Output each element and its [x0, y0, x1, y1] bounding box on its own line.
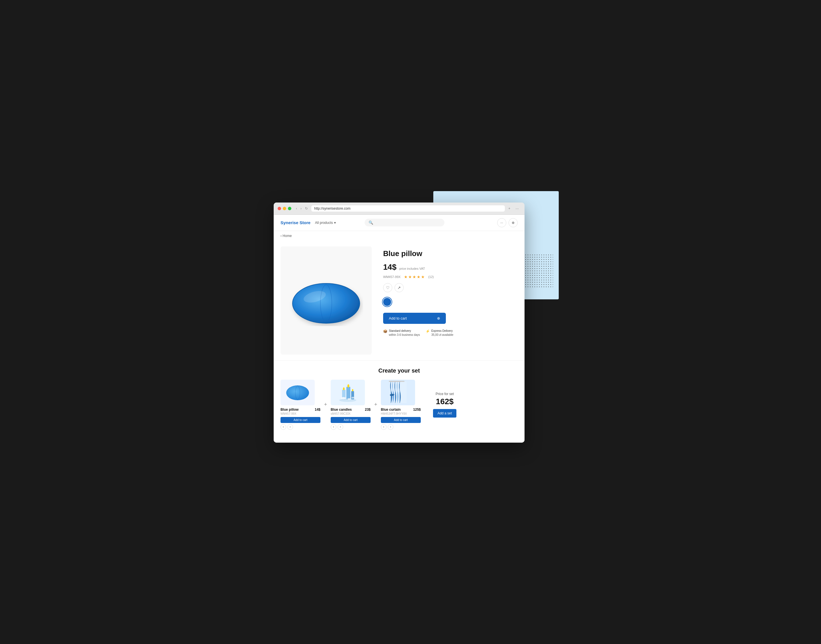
- set-item-pillow: Blue pillow 14$ WM457-99X Add to cart ‹ …: [280, 380, 320, 430]
- share-button[interactable]: ↗: [395, 283, 404, 292]
- store-header: Synerise Store All products ▾ 🔍 ··· ⊕: [274, 215, 524, 231]
- set-item-curtain: Blue curtain 125$ HM4534FT-9HYY8X Add to…: [381, 380, 421, 430]
- set-item-curtain-price: 125$: [413, 408, 421, 412]
- set-item-pillow-add-button[interactable]: Add to cart: [280, 417, 320, 423]
- set-item-pillow-sku: WM457-99X: [280, 412, 320, 415]
- browser-menu-button[interactable]: ···: [514, 205, 521, 212]
- breadcrumb-home-link[interactable]: Home: [283, 234, 292, 238]
- close-button[interactable]: [278, 207, 281, 210]
- all-products-dropdown[interactable]: All products ▾: [315, 221, 336, 225]
- standard-delivery-detail: within 3-6 business days: [389, 333, 420, 336]
- search-bar: 🔍: [364, 219, 444, 227]
- candles-prev-button[interactable]: ‹: [331, 424, 337, 430]
- product-image-area: [280, 246, 372, 354]
- review-count: (12): [428, 275, 434, 279]
- traffic-lights: [278, 207, 291, 210]
- color-options: [383, 298, 518, 306]
- candles-next-button[interactable]: ›: [338, 424, 343, 430]
- svg-rect-17: [401, 382, 406, 403]
- product-image: [289, 275, 363, 326]
- set-section: Create your set: [274, 360, 524, 437]
- svg-point-14: [347, 398, 351, 400]
- pillow-next-button[interactable]: ›: [288, 424, 293, 430]
- back-button[interactable]: ‹: [295, 206, 298, 211]
- browser-navigation: ‹ › ↻: [295, 206, 309, 211]
- plus-sign-1: +: [323, 402, 328, 408]
- svg-point-13: [341, 397, 346, 399]
- pillow-thumbnail: [285, 383, 311, 402]
- product-details: Blue pillow 14$ price includes VAT WM457…: [383, 246, 518, 354]
- set-items-row: Blue pillow 14$ WM457-99X Add to cart ‹ …: [280, 380, 518, 430]
- standard-delivery: 📦 Standard delivery within 3-6 business …: [383, 329, 420, 337]
- price-row: 14$ price includes VAT: [383, 262, 518, 272]
- set-item-curtain-image: [381, 380, 415, 405]
- set-item-pillow-nav: ‹ ›: [280, 424, 320, 430]
- star-rating: ★ ★ ★ ★ ★: [404, 274, 425, 279]
- search-input[interactable]: [375, 221, 440, 225]
- set-section-title: Create your set: [280, 367, 518, 374]
- browser-chrome: ‹ › ↻ http://synerisestore.com + ···: [274, 202, 524, 215]
- set-item-candles-price: 23$: [365, 408, 371, 412]
- maximize-button[interactable]: [288, 207, 291, 210]
- color-swatch-blue[interactable]: [383, 298, 391, 306]
- sku-row: WM457-99X ★ ★ ★ ★ ★ (12): [383, 274, 518, 279]
- svg-point-11: [352, 389, 354, 391]
- set-item-curtain-name: Blue curtain: [381, 408, 401, 412]
- set-item-candles: Blue candles 23$ sM457-99C33X Add to car…: [331, 380, 371, 430]
- header-actions: ··· ⊕: [497, 218, 518, 227]
- set-item-pillow-price: 14$: [315, 408, 320, 412]
- svg-point-15: [352, 397, 354, 399]
- delivery-box-icon: 📦: [383, 329, 387, 333]
- forward-button[interactable]: ›: [300, 206, 302, 211]
- set-item-curtain-sku: HM4534FT-9HYY8X: [381, 412, 421, 415]
- cart-button[interactable]: ⊕: [509, 218, 518, 227]
- set-item-candles-image: [331, 380, 365, 405]
- logo-accent: Store: [300, 220, 311, 225]
- product-sku: WM457-99X: [383, 275, 401, 279]
- candles-thumbnail: [337, 383, 359, 402]
- add-to-cart-label: Add to cart: [389, 316, 407, 320]
- curtain-next-button[interactable]: ›: [388, 424, 394, 430]
- page-content: Synerise Store All products ▾ 🔍 ··· ⊕: [274, 215, 524, 443]
- product-section: Blue pillow 14$ price includes VAT WM457…: [274, 241, 524, 360]
- set-price-value: 162$: [427, 397, 462, 406]
- plus-sign-2: +: [373, 402, 378, 408]
- browser-window: ‹ › ↻ http://synerisestore.com + ··· Syn…: [274, 202, 524, 443]
- svg-point-4: [286, 385, 309, 400]
- price-note: price includes VAT: [400, 267, 425, 270]
- set-item-curtain-nav: ‹ ›: [381, 424, 421, 430]
- standard-delivery-label: Standard delivery: [389, 329, 420, 333]
- svg-rect-7: [346, 387, 351, 400]
- set-price-panel: Price for set 162$ Add a set: [427, 392, 462, 417]
- search-icon: 🔍: [369, 221, 373, 225]
- store-logo: Synerise Store: [280, 220, 311, 225]
- curtain-thumbnail: [387, 380, 409, 405]
- action-icons: ♡ ↗: [383, 283, 518, 292]
- breadcrumb-back-icon: ‹: [280, 234, 281, 238]
- set-item-candles-add-button[interactable]: Add to cart: [331, 417, 371, 423]
- set-item-pillow-name: Blue pillow: [280, 408, 298, 412]
- wishlist-button[interactable]: ♡: [383, 283, 392, 292]
- address-bar[interactable]: http://synerisestore.com: [311, 205, 505, 212]
- express-delivery: ⚡ Express Delivery 35,00 zł available: [426, 329, 453, 337]
- curtain-prev-button[interactable]: ‹: [381, 424, 387, 430]
- set-item-pillow-image: [280, 380, 315, 405]
- cart-icon: ⊕: [437, 316, 440, 320]
- dot-pattern-decoration: [524, 254, 553, 288]
- express-delivery-label: Express Delivery: [431, 329, 453, 333]
- breadcrumb: ‹ Home: [274, 231, 524, 241]
- product-title: Blue pillow: [383, 249, 518, 258]
- set-price-label: Price for set: [427, 392, 462, 396]
- minimize-button[interactable]: [283, 207, 286, 210]
- express-delivery-icon: ⚡: [426, 329, 430, 333]
- refresh-button[interactable]: ↻: [304, 206, 309, 211]
- add-to-cart-button[interactable]: Add to cart ⊕: [383, 313, 446, 324]
- more-options-button[interactable]: ···: [497, 218, 506, 227]
- express-delivery-detail: 35,00 zł available: [431, 333, 453, 336]
- add-set-button[interactable]: Add a set: [433, 409, 457, 417]
- pillow-prev-button[interactable]: ‹: [280, 424, 286, 430]
- new-tab-button[interactable]: +: [508, 206, 511, 211]
- delivery-info: 📦 Standard delivery within 3-6 business …: [383, 329, 518, 337]
- set-item-curtain-add-button[interactable]: Add to cart: [381, 417, 421, 423]
- svg-point-10: [347, 384, 349, 388]
